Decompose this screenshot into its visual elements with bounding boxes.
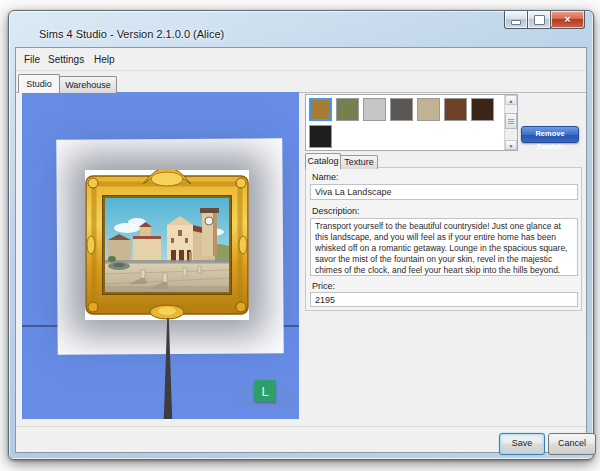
description-input[interactable]: Transport yourself to the beautiful coun… <box>310 218 578 276</box>
minimize-button[interactable] <box>504 11 528 29</box>
tab-catalog[interactable]: Catalog <box>305 153 341 169</box>
gold-frame-painting-image <box>85 170 249 320</box>
swatch[interactable] <box>390 98 413 121</box>
app-window: Sims 4 Studio - Version 2.1.0.0 (Alice) … <box>8 10 594 460</box>
scroll-down-icon[interactable]: ▼ <box>505 140 517 150</box>
name-input[interactable] <box>310 184 578 200</box>
tab-warehouse[interactable]: Warehouse <box>59 76 117 93</box>
swatch[interactable] <box>309 125 332 148</box>
menu-file[interactable]: File <box>20 52 44 67</box>
swatch[interactable] <box>309 98 332 121</box>
studio-logo: L <box>254 380 276 402</box>
window-controls: × <box>505 11 585 28</box>
menu-settings[interactable]: Settings <box>44 52 88 67</box>
client-area: File Settings Help Studio Warehouse <box>15 47 587 453</box>
swatch-panel: ▲ ▼ <box>305 94 518 151</box>
close-icon: × <box>564 14 570 25</box>
footer-divider <box>16 426 586 427</box>
close-button[interactable]: × <box>550 11 585 29</box>
swatch-scrollbar[interactable]: ▲ ▼ <box>504 95 517 150</box>
menu-help[interactable]: Help <box>90 52 119 67</box>
window-title: Sims 4 Studio - Version 2.1.0.0 (Alice) <box>39 28 224 40</box>
name-label: Name: <box>312 172 339 182</box>
swatch-list <box>309 98 501 148</box>
tab-studio[interactable]: Studio <box>18 74 60 93</box>
swatch[interactable] <box>336 98 359 121</box>
scrollbar-thumb[interactable] <box>505 113 517 129</box>
maximize-button[interactable] <box>527 11 551 29</box>
studio-logo-letter: L <box>261 384 268 399</box>
maximize-icon <box>534 15 545 25</box>
painting-preview <box>85 170 249 320</box>
swatch[interactable] <box>444 98 467 121</box>
tab-texture[interactable]: Texture <box>340 155 378 169</box>
menu-bar: File Settings Help <box>16 48 586 71</box>
scroll-up-icon[interactable]: ▲ <box>505 95 517 105</box>
price-label: Price: <box>312 281 335 291</box>
save-button[interactable]: Save <box>499 433 545 455</box>
swatch[interactable] <box>363 98 386 121</box>
description-label: Description: <box>312 206 360 216</box>
swatch[interactable] <box>417 98 440 121</box>
swatch[interactable] <box>471 98 494 121</box>
price-input[interactable] <box>310 292 578 307</box>
model-preview-viewport[interactable]: L <box>22 92 299 419</box>
minimize-icon <box>511 20 521 25</box>
remove-swatch-button[interactable]: Remove Swatch <box>521 126 579 143</box>
desktop: Sims 4 Studio - Version 2.1.0.0 (Alice) … <box>0 0 600 471</box>
title-bar[interactable]: Sims 4 Studio - Version 2.1.0.0 (Alice) … <box>9 11 593 47</box>
cancel-button[interactable]: Cancel <box>548 433 596 455</box>
